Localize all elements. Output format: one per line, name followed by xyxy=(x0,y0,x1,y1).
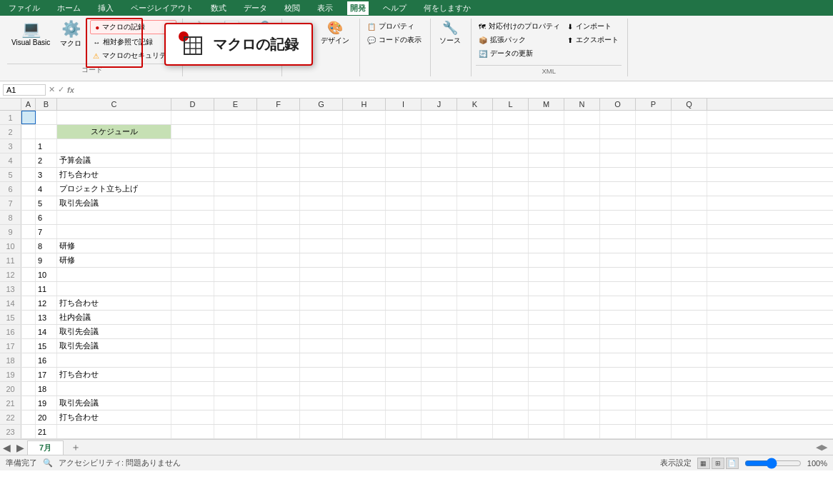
cell-b[interactable]: 8 xyxy=(36,239,57,253)
cell-o[interactable] xyxy=(600,239,636,253)
cell-b[interactable]: 1 xyxy=(36,139,57,153)
cell-q[interactable] xyxy=(672,282,707,296)
cell-i[interactable] xyxy=(386,253,422,267)
col-header-b[interactable]: B xyxy=(36,99,57,110)
cell-p[interactable] xyxy=(636,168,672,181)
cell-b[interactable]: 16 xyxy=(36,353,57,367)
cell-g[interactable] xyxy=(300,325,343,338)
cell-a[interactable] xyxy=(21,111,36,124)
cell-e[interactable] xyxy=(214,311,257,324)
cell-k[interactable] xyxy=(457,353,493,367)
cell-p[interactable] xyxy=(636,353,672,367)
cell-j[interactable] xyxy=(422,168,457,181)
display-settings-label[interactable]: 表示設定 xyxy=(660,458,692,468)
cell-j[interactable] xyxy=(422,268,457,281)
cell-h[interactable] xyxy=(343,339,386,353)
cell-e[interactable] xyxy=(214,139,257,153)
cell-g[interactable] xyxy=(300,153,343,167)
cell-b[interactable]: 17 xyxy=(36,368,57,381)
cell-m[interactable] xyxy=(529,139,564,153)
cell-c[interactable] xyxy=(57,225,171,238)
cell-i[interactable] xyxy=(386,339,422,353)
fx-icon[interactable]: fx xyxy=(67,86,74,94)
col-header-o[interactable]: O xyxy=(600,99,636,110)
cell-h[interactable] xyxy=(343,111,386,124)
cell-m[interactable] xyxy=(529,353,564,367)
cell-c[interactable] xyxy=(57,425,171,438)
cell-f[interactable] xyxy=(257,311,300,324)
cell-j[interactable] xyxy=(422,153,457,167)
menu-insert[interactable]: 挿入 xyxy=(95,1,116,15)
cell-o[interactable] xyxy=(600,311,636,324)
check-icon[interactable]: ✓ xyxy=(58,85,64,94)
cell-a[interactable] xyxy=(21,353,36,367)
cell-d[interactable] xyxy=(171,425,214,438)
cell-b[interactable]: 5 xyxy=(36,196,57,210)
cell-p[interactable] xyxy=(636,296,672,310)
cell-p[interactable] xyxy=(636,139,672,153)
col-header-l[interactable]: L xyxy=(493,99,529,110)
cell-g[interactable] xyxy=(300,410,343,424)
cell-c[interactable]: 研修 xyxy=(57,239,171,253)
col-header-g[interactable]: G xyxy=(300,99,343,110)
cell-k[interactable] xyxy=(457,153,493,167)
cell-d[interactable] xyxy=(171,139,214,153)
cell-q[interactable] xyxy=(672,339,707,353)
cell-g[interactable] xyxy=(300,239,343,253)
cell-i[interactable] xyxy=(386,296,422,310)
cell-f[interactable] xyxy=(257,396,300,410)
cell-h[interactable] xyxy=(343,268,386,281)
cell-o[interactable] xyxy=(600,425,636,438)
cell-o[interactable] xyxy=(600,282,636,296)
cell-i[interactable] xyxy=(386,268,422,281)
cell-o[interactable] xyxy=(600,339,636,353)
cell-d[interactable] xyxy=(171,396,214,410)
cell-h[interactable] xyxy=(343,325,386,338)
cell-q[interactable] xyxy=(672,410,707,424)
cell-b[interactable]: 10 xyxy=(36,268,57,281)
cell-i[interactable] xyxy=(386,325,422,338)
cell-d[interactable] xyxy=(171,325,214,338)
cell-c[interactable] xyxy=(57,353,171,367)
cell-a[interactable] xyxy=(21,139,36,153)
cell-q[interactable] xyxy=(672,425,707,438)
cell-a[interactable] xyxy=(21,425,36,438)
ribbon-btn-export[interactable]: ⬆ エクスポート xyxy=(564,34,622,46)
cell-f[interactable] xyxy=(257,225,300,238)
cell-f[interactable] xyxy=(257,153,300,167)
cell-f[interactable] xyxy=(257,111,300,124)
cell-i[interactable] xyxy=(386,139,422,153)
add-sheet-button[interactable]: ＋ xyxy=(65,440,86,455)
cell-j[interactable] xyxy=(422,211,457,224)
col-header-k[interactable]: K xyxy=(457,99,493,110)
cell-e[interactable] xyxy=(214,353,257,367)
cell-p[interactable] xyxy=(636,382,672,395)
menu-home[interactable]: ホーム xyxy=(54,1,84,15)
cell-k[interactable] xyxy=(457,239,493,253)
cell-e[interactable] xyxy=(214,425,257,438)
cell-e[interactable] xyxy=(214,339,257,353)
cell-m[interactable] xyxy=(529,268,564,281)
cell-e[interactable] xyxy=(214,125,257,138)
col-header-j[interactable]: J xyxy=(422,99,457,110)
menu-help[interactable]: ヘルプ xyxy=(380,1,409,15)
cell-q[interactable] xyxy=(672,268,707,281)
cell-n[interactable] xyxy=(564,311,600,324)
cell-h[interactable] xyxy=(343,196,386,210)
cell-f[interactable] xyxy=(257,339,300,353)
col-header-i[interactable]: I xyxy=(386,99,422,110)
cell-e[interactable] xyxy=(214,296,257,310)
cell-d[interactable] xyxy=(171,382,214,395)
col-header-e[interactable]: E xyxy=(214,99,257,110)
cell-q[interactable] xyxy=(672,168,707,181)
cell-m[interactable] xyxy=(529,125,564,138)
cell-b[interactable]: 7 xyxy=(36,225,57,238)
cell-p[interactable] xyxy=(636,339,672,353)
page-break-view-btn[interactable]: ⊞ xyxy=(712,458,724,469)
cell-n[interactable] xyxy=(564,225,600,238)
ribbon-btn-expand-pack[interactable]: 📦 拡張パック xyxy=(476,34,563,46)
cell-c[interactable]: 予算会議 xyxy=(57,153,171,167)
cell-a[interactable] xyxy=(21,225,36,238)
cell-o[interactable] xyxy=(600,139,636,153)
cell-h[interactable] xyxy=(343,182,386,196)
